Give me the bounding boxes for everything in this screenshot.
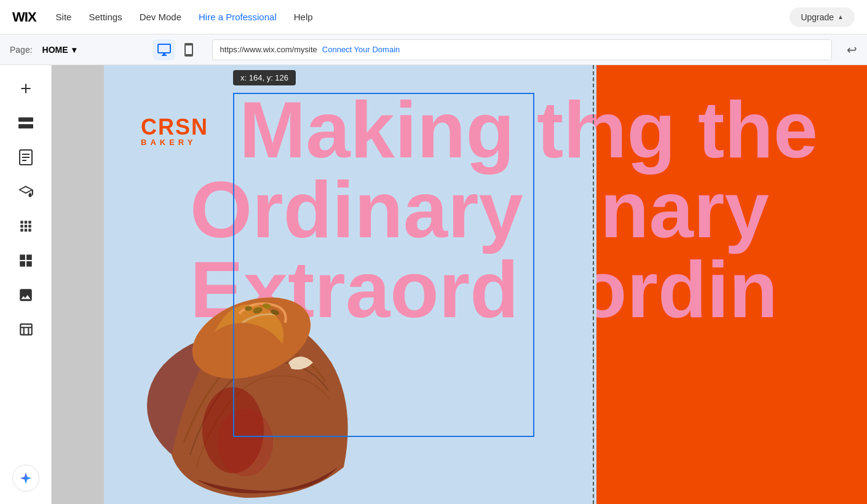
pages-icon xyxy=(19,149,33,165)
top-navigation: WIX Site Settings Dev Mode Hire a Profes… xyxy=(0,0,867,34)
upgrade-button[interactable]: Upgrade ▲ xyxy=(790,7,855,27)
media-icon xyxy=(18,287,34,303)
device-icons xyxy=(153,39,200,60)
url-bar[interactable]: https://www.wix.com/mysite Connect Your … xyxy=(212,39,832,60)
mobile-icon xyxy=(181,42,196,57)
data-icon xyxy=(18,321,34,337)
page-dropdown-icon: ▾ xyxy=(72,45,76,55)
upgrade-label: Upgrade xyxy=(801,12,834,22)
back-button[interactable]: ↩ xyxy=(847,42,857,57)
address-bar-row: Page: HOME ▾ https://www.wix.com/mysite … xyxy=(0,34,867,65)
nav-help[interactable]: Help xyxy=(294,12,313,22)
hero-text-right: ng the inary ordin xyxy=(596,90,818,329)
main-area: CRSN BAKERY Making the Ordinary Extraord xyxy=(0,65,867,504)
sidebar-design[interactable] xyxy=(10,176,42,208)
widgets-icon xyxy=(18,253,34,269)
ai-star-icon xyxy=(19,471,33,485)
page-selector[interactable]: HOME ▾ xyxy=(42,45,141,55)
nav-links: Site Settings Dev Mode Hire a Profession… xyxy=(56,12,770,22)
nav-devmode[interactable]: Dev Mode xyxy=(140,12,181,22)
sidebar-data[interactable] xyxy=(10,313,42,345)
design-icon xyxy=(18,184,34,200)
nav-hirepro[interactable]: Hire a Professional xyxy=(199,12,277,22)
nav-settings[interactable]: Settings xyxy=(89,12,122,22)
svg-point-10 xyxy=(245,306,252,311)
sidebar-sections[interactable] xyxy=(10,107,42,139)
site-right-section: ng the inary ordin xyxy=(596,65,867,504)
svg-point-13 xyxy=(218,409,273,476)
left-sidebar xyxy=(0,65,52,504)
sidebar-pages[interactable] xyxy=(10,141,42,173)
svg-rect-1 xyxy=(18,124,33,128)
nav-site[interactable]: Site xyxy=(56,12,72,22)
mobile-view-button[interactable] xyxy=(178,39,200,60)
wix-logo: WIX xyxy=(12,9,36,25)
connect-domain-link[interactable]: Connect Your Domain xyxy=(322,45,400,54)
sections-icon xyxy=(18,117,34,129)
croissant-image xyxy=(122,148,381,504)
url-text: https://www.wix.com/mysite xyxy=(220,45,317,54)
desktop-view-button[interactable] xyxy=(153,39,175,60)
svg-rect-0 xyxy=(18,117,33,122)
sidebar-media[interactable] xyxy=(10,279,42,311)
plus-icon xyxy=(18,81,34,96)
canvas-area[interactable]: CRSN BAKERY Making the Ordinary Extraord xyxy=(52,65,867,504)
chevron-up-icon: ▲ xyxy=(837,14,844,20)
sidebar-widgets[interactable] xyxy=(10,245,42,277)
bakery-logo: CRSN BAKERY xyxy=(141,114,208,147)
page-name: HOME xyxy=(42,45,68,55)
page-label: Page: xyxy=(10,45,33,55)
sidebar-apps[interactable] xyxy=(10,210,42,242)
site-left-section: CRSN BAKERY Making the Ordinary Extraord xyxy=(104,65,596,504)
site-preview: CRSN BAKERY Making the Ordinary Extraord xyxy=(104,65,867,504)
desktop-icon xyxy=(157,42,172,57)
sidebar-add-elements[interactable] xyxy=(10,73,42,104)
apps-icon xyxy=(18,218,34,234)
ai-assistant-button[interactable] xyxy=(12,465,39,492)
bakery-name: CRSN xyxy=(141,114,208,140)
